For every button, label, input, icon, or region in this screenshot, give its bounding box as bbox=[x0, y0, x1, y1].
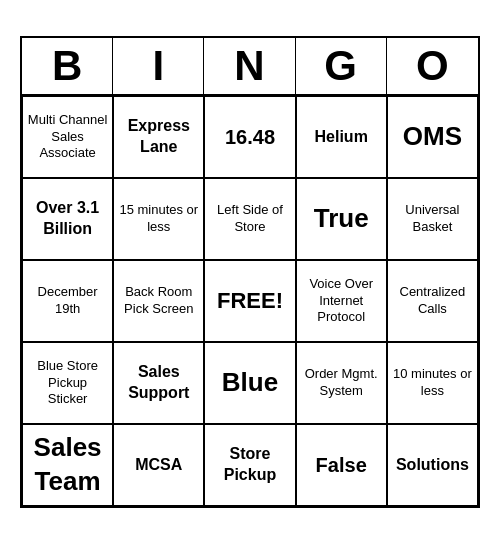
cell-12: FREE! bbox=[204, 260, 295, 342]
bingo-letter-O: O bbox=[387, 38, 478, 94]
cell-19: 10 minutes or less bbox=[387, 342, 478, 424]
cell-9: Universal Basket bbox=[387, 178, 478, 260]
cell-17: Blue bbox=[204, 342, 295, 424]
cell-10: December 19th bbox=[22, 260, 113, 342]
cell-14: Centralized Calls bbox=[387, 260, 478, 342]
bingo-card: BINGO Multi Channel Sales AssociateExpre… bbox=[20, 36, 480, 508]
bingo-letter-I: I bbox=[113, 38, 204, 94]
cell-8: True bbox=[296, 178, 387, 260]
bingo-header: BINGO bbox=[22, 38, 478, 96]
cell-21: MCSA bbox=[113, 424, 204, 506]
cell-1: Express Lane bbox=[113, 96, 204, 178]
cell-24: Solutions bbox=[387, 424, 478, 506]
cell-7: Left Side of Store bbox=[204, 178, 295, 260]
bingo-letter-G: G bbox=[296, 38, 387, 94]
bingo-letter-B: B bbox=[22, 38, 113, 94]
cell-16: Sales Support bbox=[113, 342, 204, 424]
cell-11: Back Room Pick Screen bbox=[113, 260, 204, 342]
cell-23: False bbox=[296, 424, 387, 506]
bingo-letter-N: N bbox=[204, 38, 295, 94]
cell-15: Blue Store Pickup Sticker bbox=[22, 342, 113, 424]
bingo-grid: Multi Channel Sales AssociateExpress Lan… bbox=[22, 96, 478, 506]
cell-4: OMS bbox=[387, 96, 478, 178]
cell-18: Order Mgmt. System bbox=[296, 342, 387, 424]
cell-5: Over 3.1 Billion bbox=[22, 178, 113, 260]
cell-13: Voice Over Internet Protocol bbox=[296, 260, 387, 342]
cell-6: 15 minutes or less bbox=[113, 178, 204, 260]
cell-3: Helium bbox=[296, 96, 387, 178]
cell-2: 16.48 bbox=[204, 96, 295, 178]
cell-22: Store Pickup bbox=[204, 424, 295, 506]
cell-0: Multi Channel Sales Associate bbox=[22, 96, 113, 178]
cell-20: Sales Team bbox=[22, 424, 113, 506]
